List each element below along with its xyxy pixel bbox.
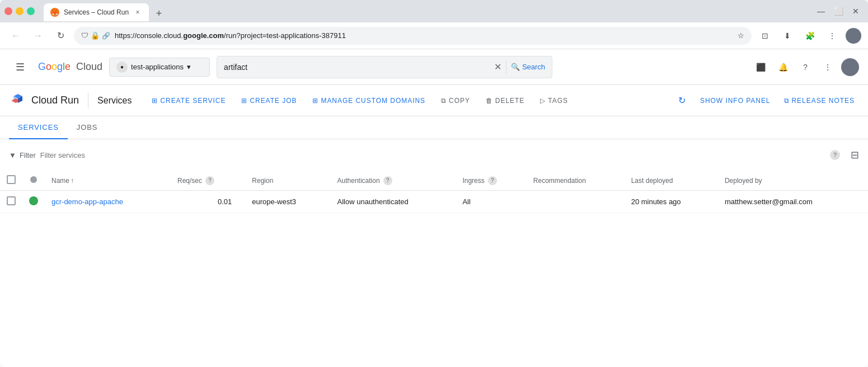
search-label: Search [522,63,545,71]
search-submit-button[interactable]: 🔍 Search [511,63,545,71]
ingress-help-icon[interactable]: ? [488,176,497,185]
terminal-button[interactable]: ⬛ [752,58,770,76]
manage-custom-domains-button[interactable]: ⊞ MANAGE CUSTOM DOMAINS [306,93,432,108]
search-bar: ✕ 🔍 Search [217,56,552,78]
cr-divider [88,93,88,109]
sort-arrow-icon[interactable]: ↑ [71,177,74,185]
browser-tab[interactable]: 🦊 Services – Cloud Run × [44,3,149,21]
services-table: ▼ Filter ? ⊟ [0,139,868,213]
create-service-icon: ⊞ [152,97,158,105]
close-window-button[interactable] [4,7,12,15]
downloads-button[interactable]: ⬇ [778,27,796,45]
deployed-by-label: Deployed by [725,177,762,185]
authentication-header: Authentication ? [331,171,456,191]
table-row: gcr-demo-app-apache 0.01 europe-west3 Al… [0,191,868,213]
delete-button[interactable]: 🗑 DELETE [479,93,531,108]
select-all-checkbox[interactable] [7,175,16,184]
tags-icon: ▷ [540,97,546,105]
star-icon[interactable]: ☆ [738,31,744,40]
column-toggle-icon: ⊟ [851,149,859,161]
minimize-window-button[interactable] [16,7,24,15]
copy-button[interactable]: ⧉ COPY [434,93,477,108]
tab-services-label: SERVICES [18,123,59,131]
region-label: Region [252,177,273,185]
search-clear-button[interactable]: ✕ [494,62,501,72]
select-all-header [0,171,22,191]
user-avatar[interactable] [846,28,861,44]
authentication-label: Authentication [337,177,380,185]
row-ingress-cell: All [456,191,526,213]
table-help-button[interactable]: ? [826,146,844,164]
row-recommendation-cell [527,191,625,213]
filter-button[interactable]: ▼ Filter [9,151,36,159]
new-tab-button[interactable]: + [151,6,167,21]
show-info-panel-button[interactable]: SHOW INFO PANEL [696,95,775,107]
create-service-button[interactable]: ⊞ CREATE SERVICE [145,93,232,108]
tab-close-button[interactable]: × [133,8,142,17]
copy-label: COPY [449,97,470,105]
tab-jobs-label: JOBS [77,123,98,131]
filter-label: Filter [20,151,36,159]
help-button[interactable]: ? [796,58,814,76]
manage-domains-icon: ⊞ [312,97,318,105]
tags-label: TAGS [548,97,568,105]
row-name-cell: gcr-demo-app-apache [45,191,171,213]
refresh-icon: ↻ [678,95,686,106]
more-options-button[interactable]: ⋮ [823,27,841,45]
network-icon: 🔗 [102,32,110,40]
authentication-help-icon[interactable]: ? [383,176,392,185]
tab-title-label: Services – Cloud Run [64,8,129,16]
refresh-button[interactable]: ↻ [673,92,691,110]
tab-jobs[interactable]: JOBS [68,116,107,139]
column-toggle-button[interactable]: ⊟ [851,149,859,161]
delete-label: DELETE [495,97,524,105]
project-selector[interactable]: ● test-applications ▾ [109,58,210,77]
service-name-link[interactable]: gcr-demo-app-apache [51,197,123,206]
create-job-button[interactable]: ⊞ CREATE JOB [234,93,303,108]
search-divider [506,60,506,74]
filter-input[interactable] [40,151,134,159]
release-notes-button[interactable]: ⧉ RELEASE NOTES [780,95,859,107]
req-sec-help-icon[interactable]: ? [205,176,214,185]
page-content: SERVICES JOBS ▼ Filter ? ⊟ [0,116,868,367]
gc-header: ☰ Google Cloud ● test-applications ▾ ✕ 🔍… [0,49,868,85]
recommendation-header: Recommendation [527,171,625,191]
back-button[interactable]: ← [7,27,25,45]
table-toolbar: ▼ Filter ? ⊟ [0,139,868,171]
row-deployed-by-cell: matthew.setter@gmail.com [718,191,868,213]
ingress-header: Ingress ? [456,171,526,191]
cloudrun-logo: Cloud Run [9,92,79,110]
row-checkbox[interactable] [7,196,16,205]
maximize-window-button[interactable] [27,7,35,15]
table-header-row: Name ↑ Req/sec ? Region [0,171,868,191]
close-btn[interactable]: ✕ [852,7,859,16]
settings-button[interactable]: ⋮ [819,58,837,76]
services-data-table: Name ↑ Req/sec ? Region [0,171,868,213]
deployed-by-header: Deployed by [718,171,868,191]
window-right-controls: — ⬜ ✕ [817,7,864,16]
tags-button[interactable]: ▷ TAGS [533,93,575,108]
minimize-btn[interactable]: — [817,7,825,16]
search-input[interactable] [224,63,490,72]
last-deployed-header: Last deployed [625,171,718,191]
table-right-tools: ? ⊟ [826,146,859,164]
reload-button[interactable]: ↻ [51,27,69,45]
window-controls [4,7,35,15]
req-sec-header: Req/sec ? [171,171,245,191]
status-header-icon [30,176,37,183]
logo-g: G [38,61,46,72]
gc-user-avatar[interactable] [841,58,859,76]
tab-services[interactable]: SERVICES [9,116,68,139]
address-bar[interactable]: 🛡 🔒 🔗 https://console.cloud.google.com/r… [74,27,752,45]
hamburger-menu-button[interactable]: ☰ [9,56,31,78]
forward-button[interactable]: → [29,27,47,45]
reading-list-button[interactable]: ⊡ [756,27,774,45]
cr-right-actions: ↻ SHOW INFO PANEL ⧉ RELEASE NOTES [673,92,859,110]
notifications-button[interactable]: 🔔 [774,58,792,76]
manage-domains-label: MANAGE CUSTOM DOMAINS [321,97,425,105]
restore-btn[interactable]: ⬜ [834,7,843,16]
logo-o1: o [46,61,51,72]
extensions-button[interactable]: 🧩 [801,27,819,45]
lock-icon: 🔒 [91,31,100,40]
create-job-icon: ⊞ [241,97,247,105]
